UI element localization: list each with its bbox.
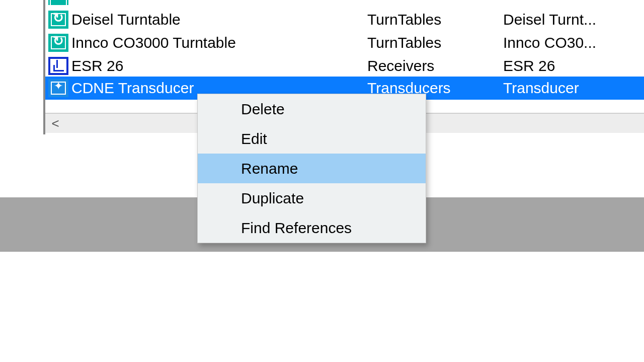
cell-category: Receivers — [367, 57, 434, 75]
chevron-left-icon: < — [51, 116, 59, 131]
table-row[interactable]: Deisel Turntable TurnTables Deisel Turnt… — [45, 8, 644, 31]
table-row[interactable] — [45, 0, 644, 5]
cell-name: Deisel Turntable — [71, 11, 181, 28]
menu-item-label: Find References — [241, 220, 352, 237]
menu-item-label: Duplicate — [241, 190, 304, 207]
turntable-icon — [48, 11, 68, 29]
cell-name: ESR 26 — [71, 57, 123, 75]
menu-item-delete[interactable]: Delete — [198, 94, 426, 124]
cell-desc: Deisel Turnt... — [503, 11, 596, 28]
receiver-icon — [48, 57, 68, 75]
transducer-icon — [48, 79, 68, 97]
menu-item-duplicate[interactable]: Duplicate — [198, 183, 426, 213]
context-menu: Delete Edit Rename Duplicate Find Refere… — [197, 94, 426, 243]
app-root: Deisel Turntable TurnTables Deisel Turnt… — [0, 0, 644, 362]
cell-desc: Innco CO30... — [503, 34, 596, 51]
table-row[interactable]: ESR 26 Receivers ESR 26 — [45, 54, 644, 78]
cell-name: Innco CO3000 Turntable — [71, 34, 236, 51]
menu-item-rename[interactable]: Rename — [198, 154, 426, 183]
cell-desc: ESR 26 — [503, 57, 555, 75]
table-row[interactable]: Innco CO3000 Turntable TurnTables Innco … — [45, 31, 644, 54]
menu-item-label: Rename — [241, 160, 298, 177]
cell-category: TurnTables — [367, 11, 441, 28]
turntable-icon — [48, 34, 68, 52]
menu-item-find-references[interactable]: Find References — [198, 213, 426, 243]
scroll-left-button[interactable]: < — [45, 113, 65, 133]
menu-item-label: Edit — [241, 130, 267, 148]
cell-category: TurnTables — [367, 34, 441, 51]
turntable-icon — [48, 0, 68, 5]
menu-item-label: Delete — [241, 101, 285, 118]
cell-desc: Transducer — [503, 80, 579, 97]
cell-name: CDNE Transducer — [71, 80, 194, 97]
menu-item-edit[interactable]: Edit — [198, 124, 426, 154]
